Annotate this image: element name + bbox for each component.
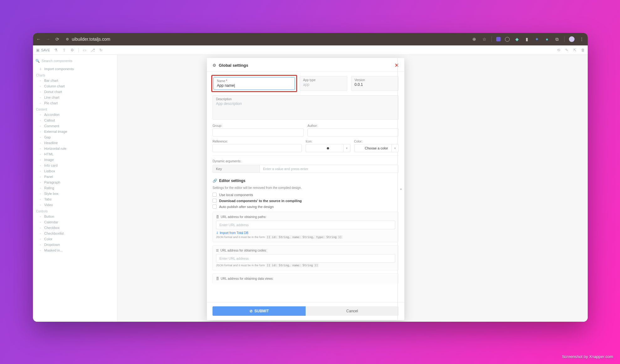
name-field[interactable]: Name*	[213, 77, 295, 90]
db-icon: 🗄	[216, 215, 219, 219]
editor-settings-title: 🔗 Editor settings	[213, 179, 399, 183]
url-codes-section: ☰URL address for obtaining codes: Enter …	[213, 245, 399, 270]
browser-window: ← → ⟳ ⚙ uibuilder.totaljs.com ⊕ ☆ ◆ ▮ ✦ …	[33, 33, 588, 322]
smile-icon: ☻	[326, 146, 330, 150]
chk-download-components[interactable]: Download components' to the source in co…	[213, 199, 399, 203]
url-bar[interactable]: ⚙ uibuilder.totaljs.com	[65, 37, 110, 42]
editor-note: Settings for the editor will be removed …	[213, 186, 399, 190]
global-settings-modal: ⚙ Global settings ✕ Name* App type app	[207, 58, 404, 320]
dynamic-arguments[interactable]: Key Enter a value and press enter	[213, 165, 399, 173]
site-info-icon[interactable]: ⚙	[65, 37, 70, 42]
color-select[interactable]: Choose a color ▾	[354, 144, 399, 152]
name-input[interactable]	[217, 83, 292, 88]
modal-header: ⚙ Global settings ✕	[207, 58, 404, 72]
import-totaldb-link[interactable]: ⇩Import from Total DB	[216, 231, 395, 235]
url-paths-section: 🗄URL address for obtaining paths: Enter …	[213, 212, 399, 242]
icon-select[interactable]: ☻ ▾	[306, 144, 350, 152]
ext-6-icon[interactable]: ●	[544, 36, 550, 42]
dynargs-value-input[interactable]: Enter a value and press enter	[260, 165, 398, 173]
db-icon: 🗄	[216, 277, 219, 280]
ext-5-icon[interactable]: ✦	[534, 36, 540, 42]
url-views-section: 🗄URL address for obtaining data views:	[213, 273, 399, 283]
watermark: Screenshot by Xnapper.com	[562, 354, 613, 359]
group-label: Group:	[213, 124, 304, 127]
dynargs-label: Dynamic arguments:	[213, 159, 399, 163]
ext-2-icon[interactable]	[505, 37, 510, 42]
url-text: uibuilder.totaljs.com	[72, 37, 110, 42]
profile-icon[interactable]	[569, 36, 575, 42]
apptype-value: app	[303, 82, 344, 87]
download-icon: ⇩	[216, 231, 218, 235]
menu-icon[interactable]: ⋮	[579, 36, 585, 42]
forward-icon[interactable]: →	[45, 37, 50, 42]
modal-body: Name* App type app Version 0.0.1	[207, 72, 404, 283]
link-icon: 🔗	[213, 179, 217, 183]
chevron-down-icon: ▾	[343, 144, 350, 152]
url-paths-input[interactable]: Enter URL address	[216, 221, 395, 229]
group-select[interactable]: ▾	[213, 128, 304, 137]
version-value: 0.0.1	[355, 82, 395, 87]
zoom-icon[interactable]: ⊕	[471, 36, 477, 42]
chk-auto-publish[interactable]: Auto publish after saving the design	[213, 205, 399, 209]
modal-footer: ⊘ SUBMIT Cancel	[207, 302, 404, 320]
reference-label: Reference:	[213, 140, 302, 143]
color-label: Color:	[354, 140, 399, 143]
back-icon[interactable]: ←	[36, 37, 41, 42]
url-codes-input[interactable]: Enter URL address	[216, 254, 395, 263]
apptype-field[interactable]: App type app	[300, 76, 347, 91]
cancel-button[interactable]: Cancel	[306, 306, 399, 316]
author-input[interactable]	[307, 128, 399, 137]
reference-input[interactable]	[213, 144, 302, 152]
ext-4-icon[interactable]: ▮	[524, 36, 530, 42]
extensions-icon[interactable]: ⧉	[554, 36, 560, 42]
name-highlight: Name*	[211, 75, 297, 92]
list-icon: ☰	[216, 249, 219, 252]
gear-icon: ⚙	[213, 63, 216, 68]
browser-chrome: ← → ⟳ ⚙ uibuilder.totaljs.com ⊕ ☆ ◆ ▮ ✦ …	[33, 33, 588, 45]
ext-1-icon[interactable]	[496, 37, 501, 41]
modal-title: Global settings	[219, 63, 248, 68]
chevron-down-icon: ▾	[391, 144, 398, 152]
author-label: Author:	[307, 124, 399, 127]
description-field[interactable]: Description App description	[213, 95, 399, 120]
version-field[interactable]: Version 0.0.1	[351, 76, 399, 91]
description-placeholder: App description	[216, 101, 395, 106]
chevron-down-icon: ▾	[397, 72, 404, 283]
dynargs-key: Key	[213, 165, 260, 173]
reload-icon[interactable]: ⟳	[55, 37, 60, 42]
ext-3-icon[interactable]: ◆	[514, 36, 520, 42]
app-surface: ▣ SAVE ⚗ ⇪ ⚙ ▭ ⎇ ↻ ⟲ ✎ ⇱ 🗑 🔍 Search comp…	[33, 45, 588, 322]
chk-local-components[interactable]: Use local components	[213, 193, 399, 197]
submit-button[interactable]: ⊘ SUBMIT	[213, 306, 306, 316]
check-icon: ⊘	[250, 309, 253, 313]
bookmark-icon[interactable]: ☆	[481, 36, 487, 42]
icon-label: Icon:	[306, 140, 350, 143]
